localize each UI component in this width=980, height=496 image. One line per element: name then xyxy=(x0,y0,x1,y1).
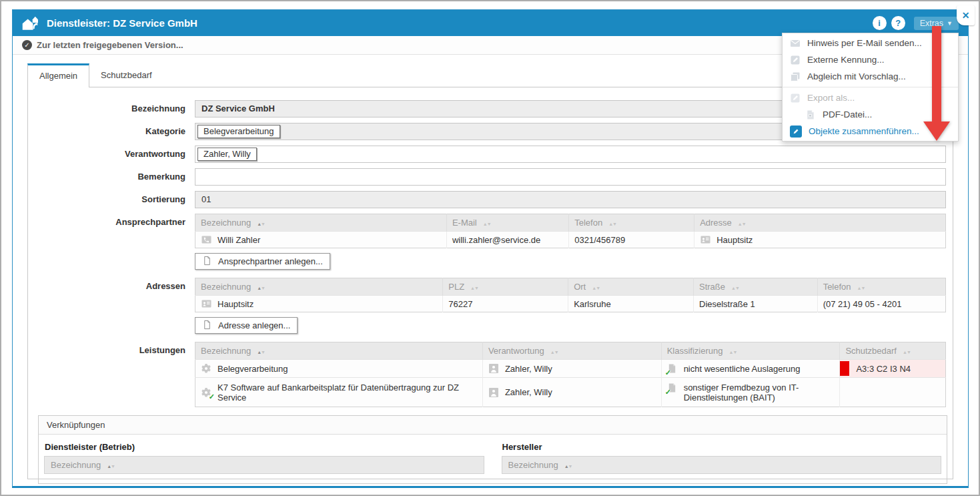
sort-icon[interactable]: ▲▼ xyxy=(257,282,265,292)
help-icon[interactable]: ? xyxy=(891,16,905,30)
extras-dropdown-menu: Hinweis per E-Mail senden... Externe Ken… xyxy=(782,33,959,142)
column-header[interactable]: Ort▲▼ xyxy=(568,278,694,296)
new-document-icon xyxy=(202,320,213,330)
ansprechpartner-anlegen-button[interactable]: Ansprechpartner anlegen... xyxy=(195,253,330,270)
column-header[interactable]: Bezeichnung▲▼ xyxy=(195,278,443,296)
classification-doc-check-icon: ✓ xyxy=(667,363,678,374)
info-icon[interactable]: i xyxy=(873,16,887,30)
column-header[interactable]: Verantwortung▲▼ xyxy=(482,342,661,360)
person-icon xyxy=(488,363,500,374)
sort-icon[interactable]: ▲▼ xyxy=(107,460,115,470)
dienstleister-house-icon xyxy=(22,15,40,31)
schutzbedarf-badge: A3:3 C2 I3 N4 xyxy=(840,360,945,377)
tab-allgemein[interactable]: Allgemein xyxy=(27,63,89,87)
tab-content-panel: Bezeichnung DZ Service GmbH Kategorie Be… xyxy=(27,87,953,479)
column-header[interactable]: Telefon▲▼ xyxy=(817,278,945,296)
menu-item-abgleich-vorschlag[interactable]: Abgleich mit Vorschlag... xyxy=(783,68,958,85)
table-row[interactable]: Willi Zahler willi.zahler@service.de 032… xyxy=(195,232,946,248)
ansprechpartner-label: Ansprechpartner xyxy=(28,214,195,227)
column-header[interactable]: Schutzbedarf▲▼ xyxy=(840,342,946,360)
sort-icon[interactable]: ▲▼ xyxy=(608,218,616,228)
new-document-icon xyxy=(202,256,213,266)
verantwortung-chip[interactable]: Zahler, Willy xyxy=(197,148,257,161)
leistungen-table: Bezeichnung▲▼ Verantwortung▲▼ Klassifizi… xyxy=(195,342,946,407)
sort-icon[interactable]: ▲▼ xyxy=(257,346,265,356)
pdf-file-icon xyxy=(805,109,816,120)
address-card-icon xyxy=(700,234,711,245)
dienstleister-betrieb-label: Dienstleister (Betrieb) xyxy=(45,442,484,452)
envelope-icon xyxy=(790,38,801,49)
sortierung-field: 01 xyxy=(195,191,946,208)
sort-icon[interactable]: ▲▼ xyxy=(483,218,491,228)
menu-item-hinweis-email[interactable]: Hinweis per E-Mail senden... xyxy=(783,35,958,51)
table-row[interactable]: Hauptsitz 76227 Karlsruhe Dieselstraße 1… xyxy=(195,296,946,312)
bezeichnung-label: Bezeichnung xyxy=(28,100,195,113)
menu-separator xyxy=(783,87,958,87)
sort-icon[interactable]: ▲▼ xyxy=(257,218,265,228)
verknuepfungen-title: Verknüpfungen xyxy=(39,416,947,435)
gear-icon xyxy=(201,363,212,374)
sortierung-label: Sortierung xyxy=(28,191,195,204)
copy-icon xyxy=(790,71,801,82)
schutzbedarf-red-indicator xyxy=(840,361,849,376)
menu-item-externe-kennung[interactable]: Externe Kennung... xyxy=(783,51,958,68)
adresse-anlegen-button[interactable]: Adresse anlegen... xyxy=(195,317,298,334)
column-header[interactable]: Adresse▲▼ xyxy=(694,214,946,232)
bemerkung-label: Bemerkung xyxy=(28,168,195,182)
person-icon xyxy=(488,387,500,398)
check-circle-icon: ✓ xyxy=(22,40,32,50)
adressen-table: Bezeichnung▲▼ PLZ▲▼ Ort▲▼ Straße▲▼ Telef… xyxy=(195,278,946,312)
page-title: Dienstleister: DZ Service GmbH xyxy=(47,17,197,29)
ansprechpartner-table: Bezeichnung▲▼ E-Mail▲▼ Telefon▲▼ Adresse… xyxy=(195,214,946,248)
last-version-link[interactable]: Zur letzten freigegebenen Version... xyxy=(37,40,183,50)
kategorie-label: Kategorie xyxy=(28,123,195,136)
sort-icon[interactable]: ▲▼ xyxy=(728,346,737,356)
sort-icon[interactable]: ▲▼ xyxy=(564,460,572,470)
column-header[interactable]: Bezeichnung▲▼ xyxy=(44,456,484,474)
menu-item-objekte-zusammenfuehren[interactable]: Objekte zusammenführen... xyxy=(783,123,958,140)
sort-icon[interactable]: ▲▼ xyxy=(903,346,911,356)
verknuepfungen-section: Verknüpfungen Dienstleister (Betrieb) Be… xyxy=(38,415,947,484)
close-icon[interactable]: ✕ xyxy=(957,5,975,25)
hersteller-label: Hersteller xyxy=(502,442,942,452)
column-header[interactable]: E-Mail▲▼ xyxy=(446,214,568,232)
sort-icon[interactable]: ▲▼ xyxy=(470,282,478,292)
column-header[interactable]: Bezeichnung▲▼ xyxy=(195,342,483,360)
contact-card-icon xyxy=(201,234,212,245)
classification-doc-check-icon: ✓ xyxy=(667,383,678,393)
column-header[interactable]: Telefon▲▼ xyxy=(569,214,694,232)
leistungen-label: Leistungen xyxy=(28,342,195,355)
column-header[interactable]: Bezeichnung▲▼ xyxy=(502,456,942,474)
column-header[interactable]: Straße▲▼ xyxy=(694,278,818,296)
verantwortung-label: Verantwortung xyxy=(28,146,195,159)
sort-icon[interactable]: ▲▼ xyxy=(738,218,746,228)
adressen-label: Adressen xyxy=(28,278,195,291)
extras-button[interactable]: Extras ▼ xyxy=(914,17,959,30)
table-row[interactable]: Belegverarbeitung Zahler, Willy ✓ nicht … xyxy=(195,360,946,378)
column-header[interactable]: PLZ▲▼ xyxy=(443,278,568,296)
bemerkung-input[interactable] xyxy=(195,168,946,186)
edit-icon xyxy=(790,55,801,65)
table-row[interactable]: ✓ K7 Software auf Bankarbeitsplatz für D… xyxy=(195,378,946,407)
kategorie-chip[interactable]: Belegverarbeitung xyxy=(197,125,280,138)
column-header[interactable]: Bezeichnung▲▼ xyxy=(195,214,447,232)
menu-item-pdf-datei[interactable]: PDF-Datei... xyxy=(783,106,958,123)
menu-item-export-als[interactable]: Export als... xyxy=(783,89,958,106)
column-header[interactable]: Klassifizierung▲▼ xyxy=(661,342,840,360)
extras-label: Extras xyxy=(920,19,943,28)
gear-check-icon: ✓ xyxy=(201,387,212,398)
verantwortung-field[interactable]: Zahler, Willy xyxy=(195,146,946,163)
tab-schutzbedarf[interactable]: Schutzbedarf xyxy=(89,63,163,87)
sort-icon[interactable]: ▲▼ xyxy=(857,282,865,292)
export-icon xyxy=(790,93,801,103)
sort-icon[interactable]: ▲▼ xyxy=(731,282,739,292)
address-card-icon xyxy=(201,298,212,309)
merge-objects-icon xyxy=(790,126,802,138)
sort-icon[interactable]: ▲▼ xyxy=(592,282,600,292)
sort-icon[interactable]: ▲▼ xyxy=(550,346,558,356)
caret-down-icon: ▼ xyxy=(947,20,953,27)
